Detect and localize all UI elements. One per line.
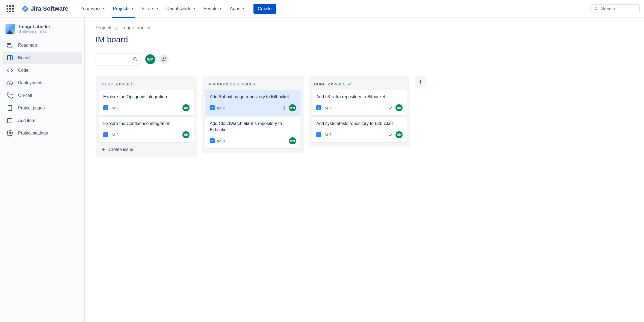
task-type-icon [316,132,321,137]
svg-point-18 [133,57,136,60]
sidebar-item-settings[interactable]: Project settings [3,127,82,139]
assignee-avatar[interactable]: WM [182,104,190,111]
svg-point-8 [12,94,12,94]
sidebar-item-label: Board [18,55,30,60]
project-avatar-icon [5,24,15,34]
sidebar-item-label: Add item [18,118,35,123]
chevron-down-icon: ▼ [131,7,134,10]
assignee-avatar[interactable]: WM [395,104,403,111]
card-title: Explore the Confluence integration [103,121,190,127]
assignee-avatar[interactable]: WM [182,131,190,138]
project-type: Software project [19,29,50,34]
nav-people[interactable]: People▼ [200,4,225,13]
issue-key: IM-9 [217,139,225,143]
task-type-icon [210,105,215,110]
chevron-down-icon: ▼ [193,7,196,10]
code-icon [7,67,13,74]
sidebar-item-code[interactable]: Code [3,64,82,76]
svg-rect-2 [7,43,11,44]
column-header[interactable]: IN PROGRESS 2 ISSUES [205,80,300,90]
svg-point-20 [163,57,164,59]
assignee-filter-avatar[interactable]: WM [145,54,155,64]
nav-items: Your work▼ Projects▼ Filters▼ Dashboards… [77,4,248,13]
column-header[interactable]: TO DO 2 ISSUES [99,80,194,90]
column-header[interactable]: DONE 2 ISSUES [312,80,407,90]
done-check-icon [388,133,393,137]
card-title: Add s3_infra repository to Bitbucket [316,94,403,100]
board-title: IM board [96,35,633,44]
create-issue-button[interactable]: Create issue [99,144,194,154]
column-count: 2 ISSUES [116,82,134,86]
svg-point-7 [11,94,11,94]
nav-projects[interactable]: Projects▼ [110,4,137,13]
person-add-icon [161,56,167,62]
sidebar-item-add[interactable]: Add item [3,115,82,127]
sidebar-item-label: Project settings [18,131,48,136]
svg-point-0 [595,7,597,10]
issue-card[interactable]: Add CloudWatch alarms repository to Bitb… [205,117,300,148]
column-done: DONE 2 ISSUES Add s3_infra repository to… [309,76,410,147]
issue-card[interactable]: Add systemtests repository to Bitbucket … [312,117,407,142]
cloud-upload-icon [7,80,13,86]
add-people-button[interactable] [159,54,169,64]
project-header[interactable]: ImageLabeller Software project [3,24,82,39]
assignee-avatar[interactable]: WM [289,104,296,111]
add-item-icon [7,117,13,124]
breadcrumb-root[interactable]: Projects [96,25,112,31]
assignee-avatar[interactable]: WM [289,137,296,144]
logo-text: Jira Software [31,5,68,12]
top-navigation: Jira Software Your work▼ Projects▼ Filte… [0,0,644,17]
done-check-icon [348,82,352,86]
sidebar-item-pages[interactable]: Project pages [3,102,82,114]
card-title: Add SubmitImage repository to Bitbucket [210,94,296,100]
page-icon [7,105,13,111]
svg-point-9 [13,94,13,94]
issue-card[interactable]: Add s3_infra repository to Bitbucket IM-… [312,90,407,115]
add-column-button[interactable] [415,76,426,87]
global-search[interactable] [590,4,640,13]
board-search[interactable] [96,53,141,65]
search-icon [133,57,138,62]
svg-line-1 [597,9,598,10]
logo[interactable]: Jira Software [18,5,72,13]
plus-icon [101,147,106,152]
sidebar-item-label: Roadmap [18,43,37,48]
breadcrumb-separator: / [116,25,117,31]
breadcrumb: Projects / ImageLabeller [96,25,633,31]
done-check-icon [388,106,393,110]
svg-line-19 [136,60,137,61]
search-input[interactable] [601,6,636,11]
sidebar-item-deployments[interactable]: Deployments [3,77,82,89]
task-type-icon [316,105,321,110]
nav-dashboards[interactable]: Dashboards▼ [163,4,199,13]
issue-card[interactable]: Explore the Opsgenie integration IM-3 WM [99,90,194,115]
breadcrumb-project[interactable]: ImageLabeller [121,25,151,31]
app-switcher-icon[interactable] [4,3,16,14]
sidebar: ImageLabeller Software project Roadmap B… [0,17,85,322]
assignee-avatar[interactable]: WM [395,131,403,138]
column-in-progress: IN PROGRESS 2 ISSUES Add SubmitImage rep… [202,76,304,153]
priority-icon [282,105,286,110]
column-name: DONE [314,82,326,86]
create-button[interactable]: Create [253,4,276,14]
issue-card[interactable]: Add SubmitImage repository to Bitbucket … [205,90,300,115]
jira-logo-icon [21,5,29,13]
sidebar-item-label: Deployments [18,80,43,85]
chevron-down-icon: ▼ [242,7,245,10]
kanban-board: TO DO 2 ISSUES Explore the Opsgenie inte… [96,76,633,157]
issue-key: IM-2 [110,132,119,137]
roadmap-icon [7,42,13,49]
sidebar-item-board[interactable]: Board [3,52,82,64]
nav-your-work[interactable]: Your work▼ [77,4,108,13]
nav-apps[interactable]: Apps▼ [226,4,248,13]
issue-card[interactable]: Explore the Confluence integration IM-2 … [99,117,194,142]
sidebar-item-oncall[interactable]: On-call [3,90,82,102]
project-title: ImageLabeller [19,24,50,29]
svg-point-17 [9,132,11,134]
sidebar-item-label: Project pages [18,106,45,111]
card-title: Explore the Opsgenie integration [103,94,190,100]
card-title: Add systemtests repository to Bitbucket [316,121,403,127]
nav-filters[interactable]: Filters▼ [138,4,162,13]
svg-point-25 [284,106,285,107]
sidebar-item-roadmap[interactable]: Roadmap [3,39,82,51]
